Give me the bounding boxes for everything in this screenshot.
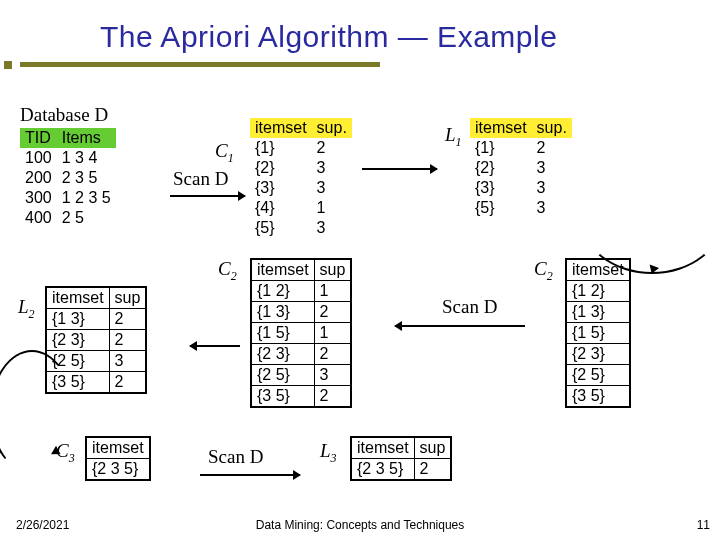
table-c2-items: itemset {1 2} {1 3} {1 5} {2 3} {2 5} {3… — [565, 258, 631, 408]
label-scan-d-1: Scan D — [173, 168, 228, 190]
table-row: {3 5} — [566, 386, 630, 408]
table-c2-sup: itemsetsup {1 2}1 {1 3}2 {1 5}1 {2 3}2 {… — [250, 258, 352, 408]
label-c2-items: C2 — [534, 258, 553, 284]
th-tid: TID — [20, 128, 57, 148]
title-rule — [20, 62, 380, 67]
table-row: {4}1 — [250, 198, 352, 218]
table-row: {1 2} — [566, 281, 630, 302]
table-row: {3 5}2 — [251, 386, 351, 408]
footer-page: 11 — [697, 518, 710, 532]
table-c1: itemset sup. {1}2 {2}3 {3}3 {4}1 {5}3 — [250, 118, 352, 238]
arrow-right-icon — [170, 195, 245, 197]
table-row: {2 3 5} — [86, 459, 150, 481]
label-l1: L1 — [445, 124, 462, 150]
table-row: 1001 3 4 — [20, 148, 116, 168]
table-row: {2}3 — [470, 158, 572, 178]
table-c3: itemset {2 3 5} — [85, 436, 151, 481]
arrow-left-icon — [190, 345, 240, 347]
table-row: 4002 5 — [20, 208, 116, 228]
table-l1: itemset sup. {1}2 {2}3 {3}3 {5}3 — [470, 118, 572, 218]
arrow-right-icon — [362, 168, 437, 170]
footer-date: 2/26/2021 — [16, 518, 69, 532]
label-c2-sup: C2 — [218, 258, 237, 284]
table-row: {2}3 — [250, 158, 352, 178]
table-row: {1}2 — [470, 138, 572, 158]
arrow-left-icon — [395, 325, 525, 327]
th-itemset: itemset — [250, 118, 312, 138]
table-row: {1 3}2 — [251, 302, 351, 323]
curved-arrow-icon — [580, 160, 720, 274]
table-row: {2 3}2 — [46, 330, 146, 351]
th-sup: sup. — [532, 118, 572, 138]
table-row: {3}3 — [470, 178, 572, 198]
th-itemset: itemset — [470, 118, 532, 138]
table-row: {1 2}1 — [251, 281, 351, 302]
label-c3: C3 — [56, 440, 75, 466]
th-items: Items — [57, 128, 116, 148]
table-row: {1 5} — [566, 323, 630, 344]
table-database-d: TID Items 1001 3 4 2002 3 5 3001 2 3 5 4… — [20, 128, 116, 228]
table-row: {1 3} — [566, 302, 630, 323]
table-row: 2002 3 5 — [20, 168, 116, 188]
page-title: The Apriori Algorithm — Example — [0, 0, 720, 58]
table-row: 3001 2 3 5 — [20, 188, 116, 208]
label-scan-d-3: Scan D — [208, 446, 263, 468]
table-row: {5}3 — [250, 218, 352, 238]
table-row: {2 3 5}2 — [351, 459, 451, 481]
table-row: {1}2 — [250, 138, 352, 158]
label-l2: L2 — [18, 296, 35, 322]
table-row: {2 5} — [566, 365, 630, 386]
table-row: {2 3}2 — [251, 344, 351, 365]
label-c1: C1 — [215, 140, 234, 166]
table-row: {2 5}3 — [251, 365, 351, 386]
th-sup: sup. — [312, 118, 352, 138]
label-scan-d-2: Scan D — [442, 296, 497, 318]
table-row: {1 5}1 — [251, 323, 351, 344]
table-row: {5}3 — [470, 198, 572, 218]
table-row: {1 3}2 — [46, 309, 146, 330]
arrow-right-icon — [200, 474, 300, 476]
table-l3: itemsetsup {2 3 5}2 — [350, 436, 452, 481]
table-row: {2 3} — [566, 344, 630, 365]
table-row: {3}3 — [250, 178, 352, 198]
label-l3: L3 — [320, 440, 337, 466]
label-database-d: Database D — [20, 104, 108, 126]
footer-center: Data Mining: Concepts and Techniques — [256, 518, 465, 532]
